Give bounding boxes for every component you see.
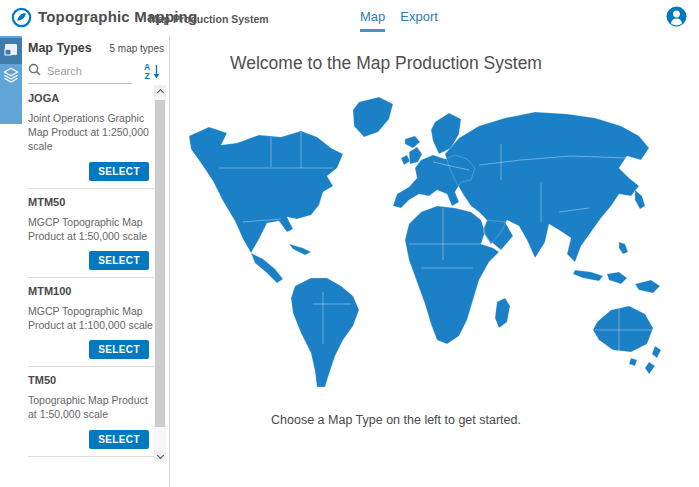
map-type-list: JOGA Joint Operations Graphic Map Produc… <box>22 85 156 462</box>
map-type-description: Joint Operations Graphic Map Product at … <box>28 111 156 154</box>
search-box[interactable] <box>28 62 132 84</box>
map-sheet-icon <box>4 42 18 60</box>
instruction-text: Choose a Map Type on the left to get sta… <box>171 413 621 427</box>
main-content: Welcome to the Map Production System Cho… <box>171 36 699 487</box>
chevron-down-icon <box>156 451 163 458</box>
search-row: A Z <box>28 61 164 85</box>
map-type-name: TM50 <box>28 374 156 386</box>
map-types-count: 5 map types <box>110 43 164 54</box>
svg-text:Z: Z <box>145 71 150 80</box>
app-subtitle: Map Production System <box>149 13 269 25</box>
left-tool-strip <box>0 36 22 124</box>
world-map <box>181 92 667 392</box>
globe-icon <box>11 7 32 32</box>
chevron-up-icon <box>156 88 163 95</box>
map-type-card-joga: JOGA Joint Operations Graphic Map Produc… <box>28 85 156 189</box>
tab-map[interactable]: Map <box>360 9 385 32</box>
search-input[interactable] <box>45 64 131 78</box>
map-type-description: MGCP Topographic Map Product at 1:100,00… <box>28 304 156 332</box>
map-type-name: JOGA <box>28 92 156 104</box>
tool-layers[interactable] <box>0 64 22 90</box>
header-tabs: Map Export <box>360 9 438 32</box>
map-type-description: MGCP Topographic Map Product at 1:50,000… <box>28 215 156 243</box>
map-type-card-mtm100: MTM100 MGCP Topographic Map Product at 1… <box>28 278 156 367</box>
select-button-tm50[interactable]: SELECT <box>89 430 149 449</box>
search-icon <box>28 62 41 80</box>
tab-export[interactable]: Export <box>400 9 438 32</box>
map-type-name: MTM100 <box>28 285 156 297</box>
world-landmass <box>189 97 661 387</box>
sidebar-header: Map Types 5 map types <box>28 41 164 55</box>
sidebar-scrollbar[interactable] <box>154 85 166 462</box>
layers-icon <box>3 67 19 87</box>
map-type-card-tm100: TM100 <box>28 457 156 462</box>
scroll-up-button[interactable] <box>154 85 166 97</box>
select-button-mtm100[interactable]: SELECT <box>89 340 149 359</box>
user-avatar-icon[interactable] <box>666 6 687 31</box>
map-type-card-tm50: TM50 Topographic Map Product at 1:50,000… <box>28 367 156 456</box>
map-type-name: MTM50 <box>28 196 156 208</box>
scroll-down-button[interactable] <box>154 450 166 462</box>
sort-alphabetical-icon[interactable]: A Z <box>144 62 161 84</box>
tool-map-types[interactable] <box>0 38 22 64</box>
app-header: Topographic Mapping Map Production Syste… <box>0 0 699 36</box>
map-types-sidebar: Map Types 5 map types A Z JOGA Joint <box>22 36 170 487</box>
select-button-joga[interactable]: SELECT <box>89 162 149 181</box>
scrollbar-thumb[interactable] <box>155 100 165 427</box>
map-type-description: Topographic Map Product at 1:50,000 scal… <box>28 393 156 421</box>
welcome-heading: Welcome to the Map Production System <box>171 53 601 74</box>
map-type-card-mtm50: MTM50 MGCP Topographic Map Product at 1:… <box>28 189 156 278</box>
scrollbar-track[interactable] <box>154 97 166 450</box>
select-button-mtm50[interactable]: SELECT <box>89 251 149 270</box>
sidebar-title: Map Types <box>28 41 92 55</box>
